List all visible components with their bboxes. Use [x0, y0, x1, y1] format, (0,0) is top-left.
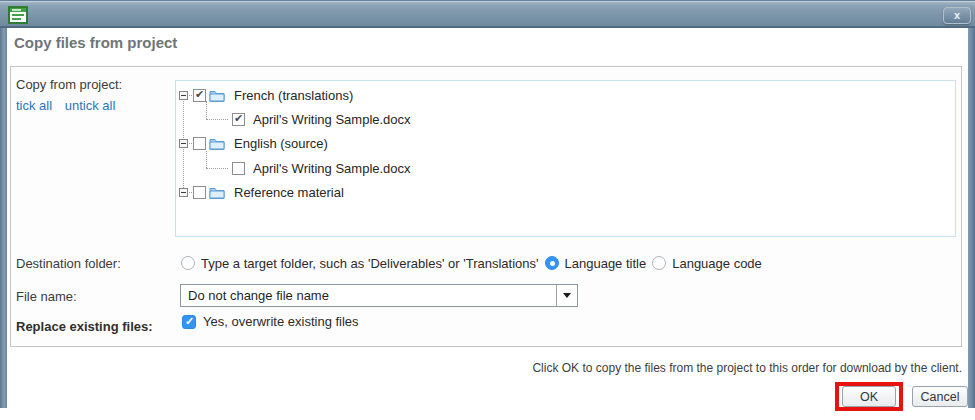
- copy-from-project-label: Copy from project:: [16, 77, 122, 92]
- tree-label-french[interactable]: French (translations): [234, 88, 353, 103]
- option-language-title: Language title: [545, 256, 647, 271]
- target-folder-radio-label[interactable]: Type a target folder, such as 'Deliverab…: [201, 256, 539, 271]
- french-file-checkbox[interactable]: [232, 113, 245, 126]
- footer-instruction: Click OK to copy the files from the proj…: [532, 361, 962, 375]
- tree-row-english: English (source): [176, 133, 328, 153]
- folder-icon: [209, 89, 225, 102]
- collapse-icon[interactable]: [179, 91, 188, 100]
- collapse-icon[interactable]: [179, 188, 188, 197]
- tree-row-french: French (translations): [176, 85, 353, 105]
- dialog-right-border: [968, 28, 975, 408]
- tree-row-reference: Reference material: [176, 182, 344, 202]
- collapse-icon[interactable]: [179, 139, 188, 148]
- dropdown-button[interactable]: [556, 285, 577, 306]
- replace-option: Yes, overwrite existing files: [182, 314, 359, 329]
- tree-row-french-file: April's Writing Sample.docx: [176, 109, 411, 129]
- language-title-radio-label[interactable]: Language title: [565, 256, 647, 271]
- file-name-dropdown[interactable]: Do not change file name: [180, 284, 578, 307]
- copy-files-dialog: x Copy files from project Copy from proj…: [0, 0, 975, 420]
- language-title-radio[interactable]: [545, 256, 559, 270]
- file-name-dropdown-value: Do not change file name: [181, 288, 556, 303]
- ok-button[interactable]: OK: [842, 386, 896, 407]
- destination-options: Type a target folder, such as 'Deliverab…: [181, 255, 768, 271]
- folder-icon: [209, 137, 225, 150]
- language-code-radio[interactable]: [652, 256, 666, 270]
- folder-icon: [209, 186, 225, 199]
- tree-label-english-file[interactable]: April's Writing Sample.docx: [253, 161, 411, 176]
- target-folder-radio[interactable]: [181, 256, 195, 270]
- option-target-folder: Type a target folder, such as 'Deliverab…: [181, 256, 539, 271]
- destination-folder-label: Destination folder:: [16, 256, 121, 271]
- dialog-left-border: [0, 28, 7, 408]
- tree-label-english[interactable]: English (source): [234, 136, 328, 151]
- overwrite-checkbox[interactable]: [182, 315, 196, 329]
- french-checkbox[interactable]: [193, 89, 206, 102]
- language-code-radio-label[interactable]: Language code: [672, 256, 762, 271]
- untick-all-link[interactable]: untick all: [65, 98, 116, 113]
- option-language-code: Language code: [652, 256, 762, 271]
- overwrite-checkbox-label[interactable]: Yes, overwrite existing files: [203, 314, 359, 329]
- project-file-tree: French (translations) April's Writing Sa…: [175, 80, 956, 237]
- replace-existing-label: Replace existing files:: [16, 319, 153, 334]
- tree-label-french-file[interactable]: April's Writing Sample.docx: [253, 112, 411, 127]
- tree-label-reference[interactable]: Reference material: [234, 185, 344, 200]
- english-file-checkbox[interactable]: [232, 162, 245, 175]
- dialog-title: Copy files from project: [14, 34, 177, 51]
- dialog-titlebar: x: [0, 0, 975, 28]
- tick-all-link[interactable]: tick all: [16, 98, 52, 113]
- english-checkbox[interactable]: [193, 137, 206, 150]
- cancel-button[interactable]: Cancel: [912, 386, 968, 407]
- reference-checkbox[interactable]: [193, 186, 206, 199]
- window-form-icon: [8, 6, 28, 24]
- close-button[interactable]: x: [943, 7, 971, 24]
- chevron-down-icon: [563, 293, 571, 298]
- file-name-label: File name:: [16, 289, 77, 304]
- tree-row-english-file: April's Writing Sample.docx: [176, 158, 411, 178]
- tree-bulk-links: tick all untick all: [16, 98, 124, 113]
